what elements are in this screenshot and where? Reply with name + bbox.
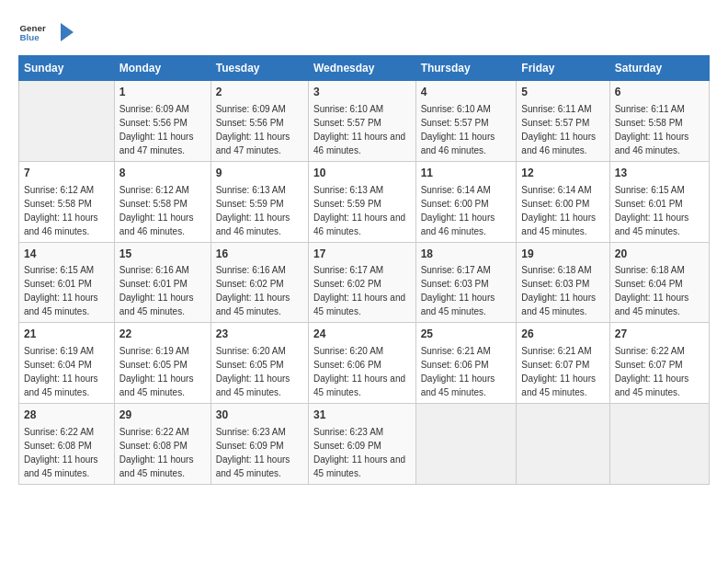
cell-content: Sunrise: 6:20 AMSunset: 6:05 PMDaylight:…	[216, 346, 290, 397]
day-number: 19	[521, 247, 604, 262]
cell-content: Sunrise: 6:15 AMSunset: 6:01 PMDaylight:…	[615, 185, 689, 236]
day-number: 2	[216, 85, 303, 100]
col-friday: Friday	[517, 56, 609, 81]
day-number: 8	[119, 166, 206, 181]
day-number: 30	[216, 408, 303, 423]
calendar-cell: 8Sunrise: 6:12 AMSunset: 5:58 PMDaylight…	[114, 161, 210, 242]
day-number: 29	[119, 408, 206, 423]
cell-content: Sunrise: 6:19 AMSunset: 6:05 PMDaylight:…	[119, 346, 194, 397]
calendar-cell: 16Sunrise: 6:16 AMSunset: 6:02 PMDayligh…	[210, 242, 308, 323]
calendar-cell: 26Sunrise: 6:21 AMSunset: 6:07 PMDayligh…	[517, 323, 609, 404]
calendar-cell: 24Sunrise: 6:20 AMSunset: 6:06 PMDayligh…	[308, 323, 415, 404]
calendar-cell: 3Sunrise: 6:10 AMSunset: 5:57 PMDaylight…	[308, 81, 415, 162]
day-number: 31	[313, 408, 411, 423]
calendar-cell: 15Sunrise: 6:16 AMSunset: 6:01 PMDayligh…	[114, 242, 210, 323]
day-number: 12	[521, 166, 604, 181]
calendar-cell: 4Sunrise: 6:10 AMSunset: 5:57 PMDaylight…	[415, 81, 517, 162]
day-number: 20	[615, 247, 704, 262]
cell-content: Sunrise: 6:13 AMSunset: 5:59 PMDaylight:…	[313, 185, 405, 236]
cell-content: Sunrise: 6:11 AMSunset: 5:58 PMDaylight:…	[615, 104, 689, 155]
day-number: 1	[119, 85, 206, 100]
cell-content: Sunrise: 6:15 AMSunset: 6:01 PMDaylight:…	[24, 265, 98, 316]
day-number: 26	[521, 327, 604, 342]
day-number: 6	[615, 85, 704, 100]
cell-content: Sunrise: 6:22 AMSunset: 6:07 PMDaylight:…	[615, 346, 689, 397]
day-number: 16	[216, 247, 303, 262]
day-number: 9	[216, 166, 303, 181]
day-number: 23	[216, 327, 303, 342]
calendar-cell: 18Sunrise: 6:17 AMSunset: 6:03 PMDayligh…	[415, 242, 517, 323]
cell-content: Sunrise: 6:18 AMSunset: 6:04 PMDaylight:…	[615, 265, 689, 316]
day-number: 3	[313, 85, 411, 100]
cell-content: Sunrise: 6:22 AMSunset: 6:08 PMDaylight:…	[119, 427, 194, 478]
day-number: 17	[313, 247, 411, 262]
calendar-cell: 1Sunrise: 6:09 AMSunset: 5:56 PMDaylight…	[114, 81, 210, 162]
calendar-cell: 13Sunrise: 6:15 AMSunset: 6:01 PMDayligh…	[609, 161, 709, 242]
cell-content: Sunrise: 6:10 AMSunset: 5:57 PMDaylight:…	[421, 104, 495, 155]
day-number: 4	[421, 85, 512, 100]
day-number: 28	[24, 408, 109, 423]
calendar-cell: 19Sunrise: 6:18 AMSunset: 6:03 PMDayligh…	[517, 242, 609, 323]
calendar-cell: 11Sunrise: 6:14 AMSunset: 6:00 PMDayligh…	[415, 161, 517, 242]
calendar-cell: 6Sunrise: 6:11 AMSunset: 5:58 PMDaylight…	[609, 81, 709, 162]
cell-content: Sunrise: 6:12 AMSunset: 5:58 PMDaylight:…	[119, 185, 194, 236]
calendar-cell: 9Sunrise: 6:13 AMSunset: 5:59 PMDaylight…	[210, 161, 308, 242]
calendar-cell: 12Sunrise: 6:14 AMSunset: 6:00 PMDayligh…	[517, 161, 609, 242]
calendar-cell: 10Sunrise: 6:13 AMSunset: 5:59 PMDayligh…	[308, 161, 415, 242]
day-number: 14	[24, 247, 109, 262]
day-number: 10	[313, 166, 411, 181]
day-number: 5	[521, 85, 604, 100]
logo-icon: General Blue	[18, 18, 46, 46]
cell-content: Sunrise: 6:16 AMSunset: 6:01 PMDaylight:…	[119, 265, 194, 316]
col-thursday: Thursday	[415, 56, 517, 81]
day-number: 25	[421, 327, 512, 342]
cell-content: Sunrise: 6:11 AMSunset: 5:57 PMDaylight:…	[521, 104, 596, 155]
calendar-cell: 20Sunrise: 6:18 AMSunset: 6:04 PMDayligh…	[609, 242, 709, 323]
col-monday: Monday	[114, 56, 210, 81]
calendar-cell: 28Sunrise: 6:22 AMSunset: 6:08 PMDayligh…	[19, 404, 115, 485]
cell-content: Sunrise: 6:23 AMSunset: 6:09 PMDaylight:…	[216, 427, 290, 478]
calendar-cell: 25Sunrise: 6:21 AMSunset: 6:06 PMDayligh…	[415, 323, 517, 404]
day-number: 7	[24, 166, 109, 181]
cell-content: Sunrise: 6:21 AMSunset: 6:06 PMDaylight:…	[421, 346, 495, 397]
calendar-body: 1Sunrise: 6:09 AMSunset: 5:56 PMDaylight…	[19, 81, 710, 485]
cell-content: Sunrise: 6:16 AMSunset: 6:02 PMDaylight:…	[216, 265, 290, 316]
calendar-cell	[609, 404, 709, 485]
cell-content: Sunrise: 6:13 AMSunset: 5:59 PMDaylight:…	[216, 185, 290, 236]
logo-arrow-icon	[53, 19, 79, 45]
cell-content: Sunrise: 6:09 AMSunset: 5:56 PMDaylight:…	[216, 104, 290, 155]
calendar-week-2: 7Sunrise: 6:12 AMSunset: 5:58 PMDaylight…	[19, 161, 710, 242]
calendar-week-3: 14Sunrise: 6:15 AMSunset: 6:01 PMDayligh…	[19, 242, 710, 323]
cell-content: Sunrise: 6:12 AMSunset: 5:58 PMDaylight:…	[24, 185, 98, 236]
logo: General Blue	[18, 18, 79, 46]
cell-content: Sunrise: 6:17 AMSunset: 6:02 PMDaylight:…	[313, 265, 405, 316]
svg-text:Blue: Blue	[20, 32, 40, 42]
header-row: Sunday Monday Tuesday Wednesday Thursday…	[19, 56, 710, 81]
calendar-cell: 29Sunrise: 6:22 AMSunset: 6:08 PMDayligh…	[114, 404, 210, 485]
day-number: 21	[24, 327, 109, 342]
calendar-header: Sunday Monday Tuesday Wednesday Thursday…	[19, 56, 710, 81]
cell-content: Sunrise: 6:23 AMSunset: 6:09 PMDaylight:…	[313, 427, 405, 478]
calendar-cell	[415, 404, 517, 485]
calendar-week-5: 28Sunrise: 6:22 AMSunset: 6:08 PMDayligh…	[19, 404, 710, 485]
day-number: 22	[119, 327, 206, 342]
day-number: 11	[421, 166, 512, 181]
cell-content: Sunrise: 6:17 AMSunset: 6:03 PMDaylight:…	[421, 265, 495, 316]
day-number: 24	[313, 327, 411, 342]
calendar-week-4: 21Sunrise: 6:19 AMSunset: 6:04 PMDayligh…	[19, 323, 710, 404]
col-wednesday: Wednesday	[308, 56, 415, 81]
day-number: 13	[615, 166, 704, 181]
cell-content: Sunrise: 6:21 AMSunset: 6:07 PMDaylight:…	[521, 346, 596, 397]
cell-content: Sunrise: 6:14 AMSunset: 6:00 PMDaylight:…	[521, 185, 596, 236]
cell-content: Sunrise: 6:14 AMSunset: 6:00 PMDaylight:…	[421, 185, 495, 236]
calendar-cell: 31Sunrise: 6:23 AMSunset: 6:09 PMDayligh…	[308, 404, 415, 485]
calendar-cell	[517, 404, 609, 485]
calendar-cell: 30Sunrise: 6:23 AMSunset: 6:09 PMDayligh…	[210, 404, 308, 485]
page-header: General Blue	[18, 18, 710, 46]
calendar-cell: 2Sunrise: 6:09 AMSunset: 5:56 PMDaylight…	[210, 81, 308, 162]
day-number: 18	[421, 247, 512, 262]
calendar-week-1: 1Sunrise: 6:09 AMSunset: 5:56 PMDaylight…	[19, 81, 710, 162]
cell-content: Sunrise: 6:09 AMSunset: 5:56 PMDaylight:…	[119, 104, 194, 155]
calendar-cell: 7Sunrise: 6:12 AMSunset: 5:58 PMDaylight…	[19, 161, 115, 242]
calendar-cell	[19, 81, 115, 162]
